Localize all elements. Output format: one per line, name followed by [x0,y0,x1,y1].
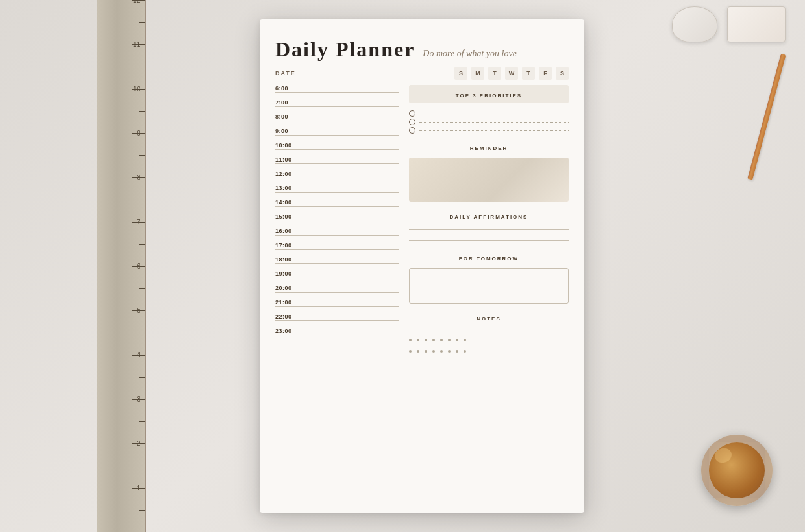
day-letter-w: W [505,67,518,80]
ruler-tick-long [132,355,145,356]
time-spacer [275,164,399,169]
time-label: 8:00 [275,114,399,120]
time-slot: 11:00 [275,156,399,169]
time-slot: 20:00 [275,285,399,298]
for-tomorrow-header: FOR TOMORROW [409,251,569,263]
deco-coffee [701,435,773,506]
time-spacer [275,121,399,127]
time-slot: 18:00 [275,256,399,269]
time-spacer [275,293,399,298]
affirmations-label: DAILY AFFIRMATIONS [450,214,528,220]
deco-box [727,6,786,42]
time-spacer [275,207,399,212]
time-label: 9:00 [275,128,399,134]
time-slot: 22:00 [275,313,399,326]
time-spacer [275,278,399,284]
for-tomorrow-label: FOR TOMORROW [459,256,519,261]
time-spacer [275,307,399,312]
notes-dots-row1 [409,339,569,341]
ruler-tick-long [132,399,145,400]
time-slot: 19:00 [275,271,399,284]
top3-header: TOP 3 PRIORITIES [409,85,569,103]
affirmations-header: DAILY AFFIRMATIONS [409,210,569,221]
priority-line-3 [419,130,569,131]
for-tomorrow-box [409,268,569,304]
dot [456,339,458,341]
ruler-tick-short [139,421,145,422]
affirmation-line-2 [409,240,569,241]
dot [464,339,466,341]
time-slot: 15:00 [275,213,399,226]
time-label: 17:00 [275,242,399,248]
time-slot: 16:00 [275,228,399,241]
time-label: 21:00 [275,299,399,306]
ruler-tick-long [132,443,145,444]
time-slot: 23:00 [275,328,399,341]
time-label: 23:00 [275,328,399,334]
ruler-tick-long [132,133,145,134]
day-letter-f: F [539,67,552,80]
dot [432,350,435,353]
deco-bowl [672,6,717,42]
ruler-tick-long [132,44,145,45]
time-column: 6:007:008:009:0010:0011:0012:0013:0014:0… [275,85,399,500]
time-label: 6:00 [275,85,399,91]
reminder-box [409,158,569,202]
ruler-tick-long [132,0,145,1]
priorities-list [409,108,569,136]
ruler-tick-short [139,67,145,67]
dot [448,350,451,353]
time-slot: 9:00 [275,128,399,141]
time-slot: 7:00 [275,99,399,112]
time-label: 7:00 [275,99,399,106]
time-slot: 10:00 [275,142,399,155]
ruler-tick-long [132,266,145,267]
time-spacer [275,107,399,112]
priority-circle-2 [409,119,415,125]
priority-item-2 [409,119,569,125]
day-letter-t: T [522,67,535,80]
time-slot: 12:00 [275,171,399,184]
time-spacer [275,236,399,241]
priority-item-1 [409,110,569,117]
dot [464,350,466,353]
ruler-tick-long [132,177,145,178]
dot [432,339,435,341]
day-letter-s: S [556,67,569,80]
time-label: 13:00 [275,185,399,191]
ruler-tick-long [132,89,145,90]
time-spacer [275,193,399,198]
ruler-tick-short [139,22,145,23]
ruler-tick-short [139,466,145,466]
time-label: 18:00 [275,256,399,263]
ruler-tick-short [139,333,145,333]
time-label: 11:00 [275,156,399,163]
time-label: 22:00 [275,313,399,320]
ruler-tick-short [139,510,145,511]
day-letter-s: S [454,67,467,80]
time-slot: 14:00 [275,199,399,212]
time-slot: 21:00 [275,299,399,312]
ruler-tick-long [132,222,145,223]
time-spacer [275,335,399,341]
affirmation-line-1 [409,229,569,230]
notes-label: NOTES [477,316,501,322]
day-letter-m: M [471,67,484,80]
ruler-tick-short [139,377,145,378]
planner-paper: Daily Planner Do more of what you love D… [260,19,584,513]
planner-header: Daily Planner Do more of what you love [275,38,569,62]
priority-circle-3 [409,127,415,134]
date-row: DATE SMTWTFS [275,67,569,80]
time-spacer [275,136,399,141]
ruler-tick-short [139,155,145,156]
ruler-tick-short [139,288,145,289]
time-spacer [275,250,399,255]
time-label: 10:00 [275,142,399,149]
date-label: DATE [275,70,296,77]
time-spacer [275,321,399,326]
time-label: 20:00 [275,285,399,291]
notes-divider [409,330,569,330]
notes-dots-row2 [409,350,569,353]
planner-body: 6:007:008:009:0010:0011:0012:0013:0014:0… [275,85,569,500]
time-spacer [275,150,399,155]
